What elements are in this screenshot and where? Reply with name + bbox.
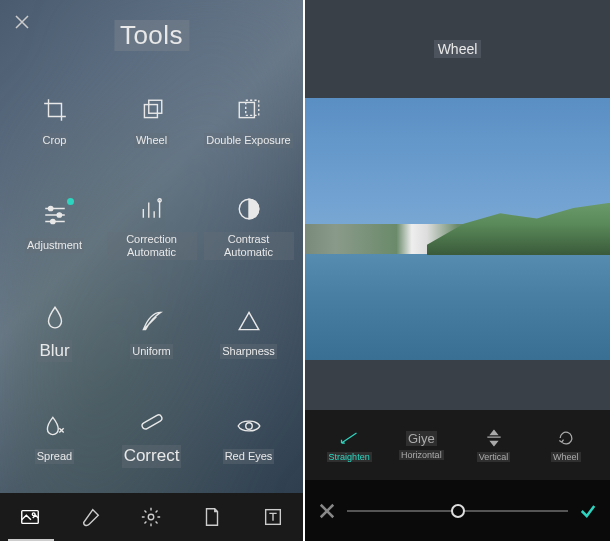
tab-label: Vertical (477, 452, 511, 462)
triangle-icon (236, 308, 262, 334)
bottom-nav (0, 493, 303, 541)
tool-crop[interactable]: Crop (6, 70, 103, 175)
bars-icon (139, 196, 165, 222)
tab-horizontal[interactable]: Giye Horizontal (385, 431, 457, 460)
tab-label: Wheel (551, 452, 581, 462)
tool-label: Contrast Automatic (204, 232, 294, 260)
tool-spread[interactable]: Spread (6, 386, 103, 491)
cancel-icon[interactable] (317, 501, 337, 521)
svg-point-13 (149, 514, 155, 520)
edit-spacer (305, 360, 610, 410)
crop-icon (42, 97, 68, 123)
sliders-icon (42, 202, 68, 228)
close-icon[interactable] (14, 14, 30, 30)
slider-row (305, 480, 610, 541)
tab-wheel[interactable]: Wheel (530, 428, 602, 462)
tools-grid: Crop Wheel Double Exposure Adjustment (0, 70, 303, 491)
svg-point-4 (48, 207, 52, 211)
tool-blur[interactable]: Blur (6, 281, 103, 386)
edit-header: Wheel (305, 0, 610, 98)
tab-vertical[interactable]: Vertical (458, 428, 530, 462)
svg-rect-0 (144, 105, 157, 118)
tool-uniform[interactable]: Uniform (103, 281, 200, 386)
tab-label: Horizontal (399, 450, 444, 460)
new-indicator-dot (67, 198, 74, 205)
tool-label: Wheel (134, 133, 169, 148)
rotate-icon (139, 97, 165, 123)
tool-label: Uniform (130, 344, 173, 359)
feather-icon (139, 308, 165, 334)
panel-title: Tools (114, 20, 189, 51)
tool-red-eyes[interactable]: Red Eyes (200, 386, 297, 491)
svg-point-12 (33, 513, 36, 516)
tool-label: Correct (122, 445, 182, 467)
document-icon[interactable] (201, 506, 223, 528)
text-icon[interactable] (262, 506, 284, 528)
tool-label: Double Exposure (204, 133, 292, 148)
tool-correct[interactable]: Correct (103, 386, 200, 491)
tool-sharpness[interactable]: Sharpness (200, 281, 297, 386)
tool-label: Red Eyes (223, 449, 275, 464)
tools-panel: Tools Crop Wheel Double Exposure (0, 0, 303, 541)
adjust-slider[interactable] (347, 510, 568, 512)
svg-rect-1 (148, 100, 161, 113)
photo-icon[interactable] (19, 506, 41, 528)
svg-point-6 (50, 220, 54, 224)
edit-panel: Wheel Straighten Giye Horizontal Vertica… (305, 0, 610, 541)
tool-label: Sharpness (220, 344, 277, 359)
brush-icon[interactable] (80, 506, 102, 528)
settings-icon[interactable] (140, 506, 162, 528)
tool-adjustment[interactable]: Adjustment (6, 175, 103, 280)
tool-wheel[interactable]: Wheel (103, 70, 200, 175)
contrast-icon (236, 196, 262, 222)
tool-double-exposure[interactable]: Double Exposure (200, 70, 297, 175)
svg-point-7 (157, 198, 160, 201)
tool-correction-automatic[interactable]: Correction Automatic (103, 175, 200, 280)
svg-point-5 (57, 213, 61, 217)
spread-icon (42, 413, 68, 439)
edit-title: Wheel (434, 40, 482, 58)
svg-rect-9 (140, 414, 162, 430)
tool-contrast-automatic[interactable]: Contrast Automatic (200, 175, 297, 280)
tab-label: Straighten (327, 452, 372, 462)
tool-label: Crop (41, 133, 69, 148)
transform-tabs: Straighten Giye Horizontal Vertical Whee… (305, 410, 610, 480)
confirm-icon[interactable] (578, 501, 598, 521)
slider-thumb[interactable] (451, 504, 465, 518)
tool-label: Correction Automatic (107, 232, 197, 260)
straighten-icon (339, 428, 359, 448)
tab-straighten[interactable]: Straighten (313, 428, 385, 462)
tab-big-label: Giye (406, 431, 437, 446)
tool-label: Adjustment (25, 238, 84, 253)
bandage-icon (139, 409, 165, 435)
svg-point-10 (245, 423, 252, 430)
double-exposure-icon (236, 97, 262, 123)
rotate-wheel-icon (556, 428, 576, 448)
drop-icon (42, 304, 68, 330)
tool-label: Blur (37, 340, 71, 362)
tool-label: Spread (35, 449, 74, 464)
flip-vertical-icon (484, 428, 504, 448)
photo-preview[interactable] (305, 98, 610, 360)
eye-icon (236, 413, 262, 439)
